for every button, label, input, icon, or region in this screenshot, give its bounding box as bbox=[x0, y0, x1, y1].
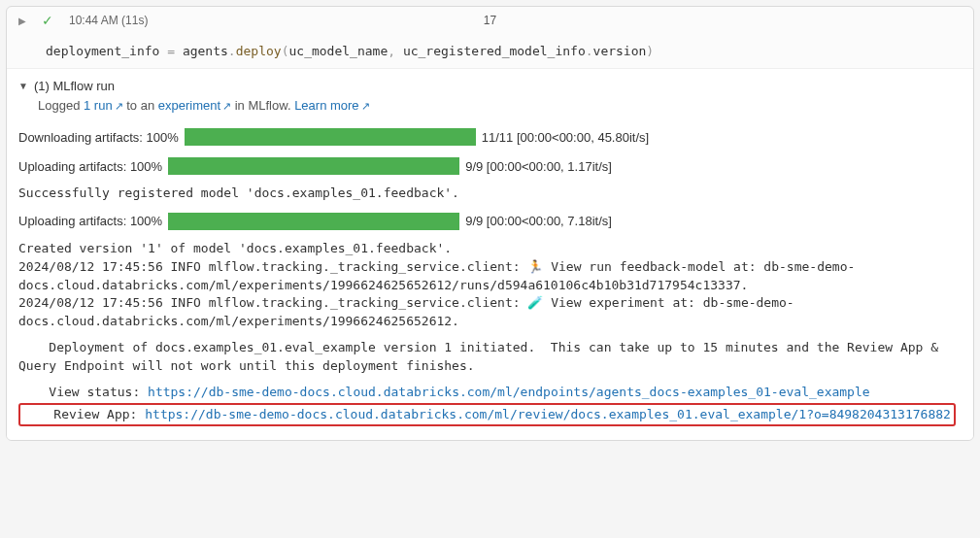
progress-bar bbox=[168, 157, 459, 175]
progress-row: Uploading artifacts: 100% 9/9 [00:00<00:… bbox=[18, 207, 962, 236]
progress-row: Uploading artifacts: 100% 9/9 [00:00<00:… bbox=[18, 151, 962, 181]
code-token: deploy bbox=[236, 44, 282, 58]
text: to an bbox=[123, 98, 158, 113]
progress-stats: 9/9 [00:00<00:00, 7.18it/s] bbox=[465, 214, 612, 228]
mlflow-run-link[interactable]: 1 run↗ bbox=[84, 98, 123, 113]
mlflow-run-disclosure[interactable]: ▼ (1) MLflow run bbox=[18, 73, 962, 95]
review-app-highlight: Review App: https://db-sme-demo-docs.clo… bbox=[18, 403, 956, 427]
code-token: . bbox=[228, 44, 236, 58]
code-token: . bbox=[586, 44, 593, 58]
code-token: agents bbox=[183, 44, 228, 58]
log-text: View status: https://db-sme-demo-docs.cl… bbox=[18, 380, 962, 431]
notebook-cell: ▶ ✓ 10:44 AM (11s) 17 deployment_info = … bbox=[6, 6, 974, 441]
code-token: , bbox=[388, 44, 403, 58]
cell-output: ▼ (1) MLflow run Logged 1 run↗ to an exp… bbox=[7, 68, 973, 440]
chevron-down-icon: ▼ bbox=[18, 81, 28, 91]
link-text: Learn more bbox=[294, 98, 358, 113]
link-text: experiment bbox=[158, 98, 220, 113]
cell-header: ▶ ✓ 10:44 AM (11s) 17 bbox=[7, 7, 973, 34]
progress-bar bbox=[185, 128, 476, 146]
progress-label: Downloading artifacts: 100% bbox=[18, 130, 179, 145]
code-token: = bbox=[159, 44, 182, 58]
mlflow-experiment-link[interactable]: experiment↗ bbox=[158, 98, 231, 113]
check-icon: ✓ bbox=[42, 13, 53, 28]
cell-run-time: 10:44 AM (11s) bbox=[69, 14, 148, 27]
text: in MLflow. bbox=[231, 98, 294, 113]
view-status-link[interactable]: https://db-sme-demo-docs.cloud.databrick… bbox=[148, 385, 870, 399]
code-token: version bbox=[593, 44, 647, 58]
code-token: uc_registered_model_info bbox=[403, 44, 586, 58]
progress-label: Uploading artifacts: 100% bbox=[18, 159, 162, 174]
external-link-icon: ↗ bbox=[361, 100, 370, 113]
progress-row: Downloading artifacts: 100% 11/11 [00:00… bbox=[18, 122, 962, 151]
log-text: Deployment of docs.examples_01.eval_exam… bbox=[18, 335, 962, 380]
log-text: Created version '1' of model 'docs.examp… bbox=[18, 236, 962, 335]
external-link-icon: ↗ bbox=[222, 100, 231, 113]
code-token: ) bbox=[646, 44, 654, 58]
code-editor[interactable]: deployment_info = agents.deploy(uc_model… bbox=[7, 34, 973, 68]
external-link-icon: ↗ bbox=[115, 100, 123, 113]
progress-bar bbox=[168, 213, 459, 230]
code-token: deployment_info bbox=[46, 44, 159, 58]
mlflow-subtext: Logged 1 run↗ to an experiment↗ in MLflo… bbox=[18, 95, 962, 122]
link-text: 1 run bbox=[84, 98, 113, 113]
text: View status: bbox=[18, 385, 148, 399]
progress-stats: 11/11 [00:00<00:00, 45.80it/s] bbox=[482, 130, 649, 145]
log-text: Successfully registered model 'docs.exam… bbox=[18, 181, 962, 207]
progress-stats: 9/9 [00:00<00:00, 1.17it/s] bbox=[465, 159, 612, 174]
review-app-link[interactable]: https://db-sme-demo-docs.cloud.databrick… bbox=[145, 407, 951, 421]
mlflow-learn-more-link[interactable]: Learn more↗ bbox=[294, 98, 369, 113]
cell-number: 17 bbox=[484, 14, 496, 27]
progress-label: Uploading artifacts: 100% bbox=[18, 214, 162, 228]
code-token: uc_model_name bbox=[288, 44, 388, 58]
run-cell-button[interactable]: ▶ bbox=[18, 16, 26, 26]
text: Logged bbox=[38, 98, 84, 113]
mlflow-run-title: (1) MLflow run bbox=[34, 79, 115, 93]
text: Review App: bbox=[23, 407, 145, 421]
